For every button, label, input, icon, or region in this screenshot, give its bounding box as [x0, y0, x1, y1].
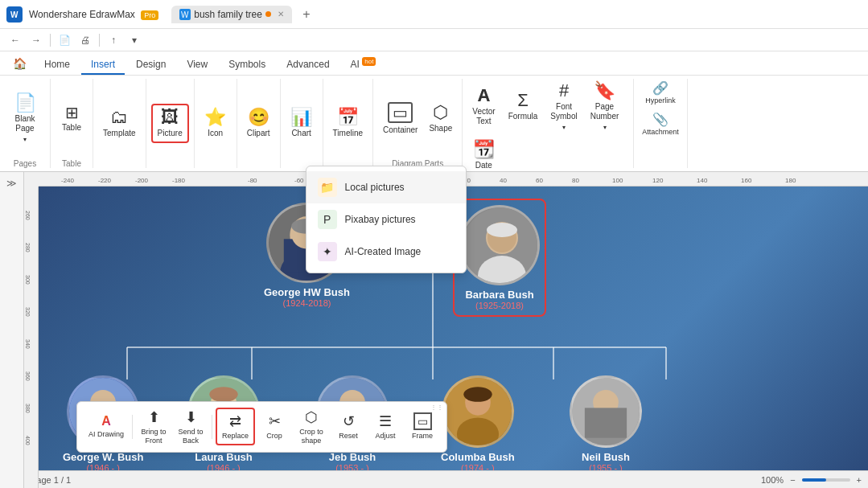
ribbon-group-diagram-parts: ▭ Container ⬡ Shape Diagram Parts	[373, 79, 463, 168]
frame-icon: ▭	[413, 412, 432, 430]
tab-advanced[interactable]: Advanced	[277, 55, 339, 75]
quick-access-toolbar: ← → 📄 🖨 ↑ ▾	[0, 29, 868, 51]
crop-button[interactable]: ✂ Crop	[257, 409, 292, 444]
barbara-years: (1925-2018)	[475, 301, 524, 310]
app-logo: W	[6, 6, 23, 23]
blank-page-dropdown[interactable]: ▾	[23, 136, 27, 143]
template-button[interactable]: 🗂 Template	[98, 105, 141, 141]
tab-ai[interactable]: AI hot	[341, 55, 386, 75]
ribbon-group-text: A VectorText Σ Formula # FontSymbol ▾ 🔖 …	[463, 79, 634, 168]
barbara-name: Barbara Bush	[465, 289, 533, 301]
vector-text-button[interactable]: A VectorText	[467, 84, 500, 129]
adjust-button[interactable]: ☰ Adjust	[368, 409, 403, 444]
person-barbara[interactable]: Barbara Bush (1925-2018)	[453, 199, 546, 317]
new-button[interactable]: 📄	[56, 31, 73, 49]
person-columba[interactable]: Columba Bush (1974 - )	[441, 375, 515, 470]
ai-created-item[interactable]: ✦ AI-Created Image	[306, 236, 466, 268]
date-icon: 📆	[473, 141, 495, 158]
ribbon-group-chart: 📊 Chart	[281, 79, 323, 168]
floating-toolbar-handle[interactable]: ⋮⋮	[430, 404, 443, 411]
ribbon-group-timeline: 📅 Timeline	[323, 79, 373, 168]
tab-close-icon[interactable]: ✕	[278, 10, 284, 18]
icon-button[interactable]: ⭐ Icon	[200, 105, 232, 141]
back-button[interactable]: ←	[6, 31, 24, 49]
timeline-icon: 📅	[337, 109, 359, 126]
zoom-in-button[interactable]: +	[857, 475, 862, 485]
svg-point-30	[209, 387, 237, 402]
svg-point-22	[487, 223, 517, 237]
shape-button[interactable]: ⬡ Shape	[424, 100, 457, 137]
attachment-label: Attachment	[642, 129, 679, 137]
crop-to-shape-button[interactable]: ⬡ Crop toshape	[294, 405, 329, 449]
person-neil[interactable]: Neil Bush (1955 - )	[570, 375, 642, 470]
send-back-icon: ⬇	[185, 408, 197, 426]
jeb-name: Jeb Bush	[329, 451, 376, 463]
ribbon-group-clipart: 😊 Clipart	[237, 79, 281, 168]
clipart-icon: 😊	[248, 109, 269, 126]
bring-to-front-button[interactable]: ⬆ Bring toFront	[136, 405, 171, 449]
ai-drawing-button[interactable]: A AI Drawing	[84, 411, 129, 442]
table-button[interactable]: ⊞ Table	[56, 101, 88, 136]
frame-button[interactable]: ▭ Frame	[405, 409, 440, 444]
tab-home-icon[interactable]: 🏠	[6, 54, 33, 75]
tab-design[interactable]: Design	[126, 55, 175, 75]
attachment-button[interactable]: 📎 Attachment	[639, 110, 682, 138]
table-label: Table	[62, 123, 81, 133]
export-dropdown[interactable]: ▾	[125, 31, 143, 49]
toolbar-separator-2	[99, 34, 100, 47]
timeline-button[interactable]: 📅 Timeline	[328, 105, 368, 141]
template-items: 🗂 Template	[98, 79, 141, 168]
forward-button[interactable]: →	[27, 31, 45, 49]
laura-name: Laura Bush	[195, 451, 253, 463]
ribbon-group-picture: 🖼 Picture 📁 Local pictures P Pixabay pic…	[146, 79, 195, 168]
barbara-photo-svg	[462, 207, 540, 285]
page-number-button[interactable]: 🔖 PageNumber ▾	[586, 79, 624, 134]
blank-page-button[interactable]: 📄 BlankPage ▾	[5, 91, 45, 146]
svg-rect-42	[585, 408, 627, 437]
laura-years: (1946 - )	[207, 463, 241, 470]
chart-icon: 📊	[290, 109, 312, 126]
export-button[interactable]: ↑	[105, 31, 122, 49]
replace-icon: ⇄	[229, 412, 241, 430]
ribbon-group-pages: 📄 BlankPage ▾ Pages	[0, 79, 51, 168]
local-pictures-item[interactable]: 📁 Local pictures	[306, 171, 466, 203]
send-to-back-button[interactable]: ⬇ Send toBack	[173, 405, 208, 449]
collapse-panel-button[interactable]: ≫	[4, 175, 20, 191]
pixabay-pictures-item[interactable]: P Pixabay pictures	[306, 203, 466, 236]
font-symbol-dropdown[interactable]: ▾	[562, 124, 566, 131]
container-button[interactable]: ▭ Container	[378, 99, 422, 138]
font-symbol-icon: #	[559, 82, 569, 100]
tab-home[interactable]: Home	[35, 55, 80, 75]
ribbon-group-template: 🗂 Template	[93, 79, 146, 168]
tab-view[interactable]: View	[177, 55, 217, 75]
container-label: Container	[383, 125, 418, 135]
icon-label: Icon	[208, 129, 223, 138]
replace-button[interactable]: ⇄ Replace	[216, 408, 255, 445]
chart-button[interactable]: 📊 Chart	[286, 105, 318, 141]
svg-point-38	[463, 387, 492, 402]
active-tab[interactable]: W bush family tree ✕	[171, 6, 292, 23]
date-button[interactable]: 📆 Date	[467, 137, 500, 174]
barbara-selected-border: Barbara Bush (1925-2018)	[453, 199, 546, 317]
crop-to-shape-icon: ⬡	[305, 408, 318, 426]
picture-dropdown-menu: 📁 Local pictures P Pixabay pictures ✦ AI…	[306, 166, 467, 273]
zoom-slider[interactable]	[802, 478, 850, 482]
new-tab-button[interactable]: +	[298, 6, 315, 23]
frame-label: Frame	[412, 432, 433, 441]
zoom-out-button[interactable]: −	[790, 475, 795, 485]
ribbon-group-table: ⊞ Table Table	[51, 79, 93, 168]
picture-button[interactable]: 🖼 Picture	[151, 104, 189, 143]
ai-created-label: AI-Created Image	[345, 246, 422, 257]
tab-insert[interactable]: Insert	[81, 55, 125, 75]
hyperlink-button[interactable]: 🔗 Hyperlink	[642, 79, 679, 107]
bring-front-label: Bring toFront	[142, 428, 167, 445]
tab-symbols[interactable]: Symbols	[219, 55, 275, 75]
font-symbol-button[interactable]: # FontSymbol ▾	[545, 79, 582, 134]
clipart-button[interactable]: 😊 Clipart	[242, 105, 275, 141]
print-button[interactable]: 🖨	[76, 31, 94, 49]
app-name: Wondershare EdrawMax Pro	[29, 9, 158, 20]
page-number-dropdown[interactable]: ▾	[603, 124, 607, 131]
reset-button[interactable]: ↺ Reset	[331, 409, 366, 444]
formula-button[interactable]: Σ Formula	[504, 88, 543, 125]
table-icon: ⊞	[65, 105, 79, 121]
